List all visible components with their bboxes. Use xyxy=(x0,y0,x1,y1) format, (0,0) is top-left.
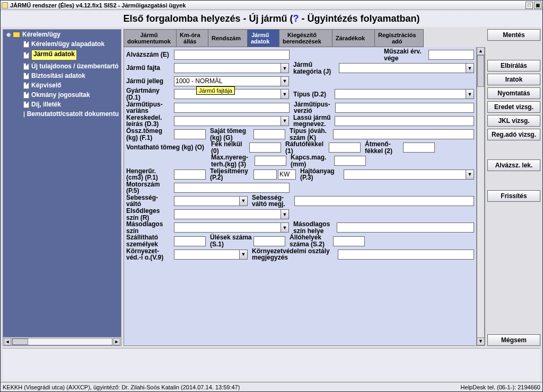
doc-icon xyxy=(23,41,29,48)
input-szallithato[interactable] xyxy=(174,236,206,246)
input-kw[interactable] xyxy=(278,170,296,180)
input-kornyezet[interactable] xyxy=(174,250,240,260)
chevron-down-icon[interactable]: ▼ xyxy=(281,76,289,86)
scroll-down-icon[interactable]: ▼ xyxy=(477,337,485,345)
tree-item[interactable]: Új tulajdonos / üzembentartó xyxy=(3,61,121,71)
elbiralas-button[interactable]: Elbírálás xyxy=(487,60,540,72)
tree-item-label: Új tulajdonos / üzembentartó xyxy=(31,63,119,70)
iratok-button[interactable]: Iratok xyxy=(487,74,540,85)
tab-kiegeszito[interactable]: Kiegészítőberendezések xyxy=(279,29,332,47)
input-hengerur[interactable] xyxy=(174,170,206,180)
input-kereskedel[interactable] xyxy=(174,116,281,126)
scroll-track[interactable] xyxy=(477,55,485,337)
eredet-button[interactable]: Eredet vizsg. xyxy=(487,101,540,113)
chevron-down-icon[interactable]: ▼ xyxy=(466,89,474,99)
input-elsodleges-szin[interactable] xyxy=(174,209,281,219)
tab-jarmu-dokumentumok[interactable]: Járműdokumentumok xyxy=(124,29,177,47)
input-tipus-jovah[interactable] xyxy=(333,129,474,139)
lbl-szallithato: Szállítható személyek xyxy=(126,234,173,247)
input-rafutofek[interactable] xyxy=(329,142,361,153)
input-hajtoanyag[interactable] xyxy=(344,170,466,180)
tree-root[interactable]: ⊕ Kérelem/ügy xyxy=(3,30,121,39)
input-jarmu-fajta[interactable] xyxy=(174,63,281,73)
tab-regisztracios-ado[interactable]: Regisztrációsadó xyxy=(375,29,424,47)
tab-kmora-allas[interactable]: Km-óraállás xyxy=(177,29,208,47)
tab-label: Járműdokumentumok xyxy=(127,32,171,44)
scroll-thumb[interactable] xyxy=(477,55,484,87)
doc-icon xyxy=(23,111,25,118)
input-fek-nelkul[interactable] xyxy=(249,142,281,153)
input-masodlagos-szin-helye[interactable] xyxy=(337,222,474,233)
nav-tree[interactable]: ⊕ Kérelem/ügy Kérelem/ügy alapadatok Jár… xyxy=(3,29,121,337)
tree-item[interactable]: Biztosítási adatok xyxy=(3,71,121,81)
chevron-down-icon[interactable]: ▼ xyxy=(466,63,474,73)
scroll-left-icon[interactable]: ◄ xyxy=(4,338,11,345)
input-ulesek[interactable] xyxy=(253,236,285,246)
chevron-down-icon[interactable]: ▼ xyxy=(281,116,289,126)
key-icon: ⊕ xyxy=(6,32,11,38)
chevron-down-icon[interactable]: ▼ xyxy=(281,209,289,219)
regado-button[interactable]: Reg.adó vizsg. xyxy=(487,129,540,140)
jkl-button[interactable]: JKL vizsg. xyxy=(487,115,540,127)
tab-jarmu-adatok[interactable]: Járműadatok xyxy=(248,29,279,47)
chevron-down-icon[interactable]: ▼ xyxy=(281,63,289,73)
input-sebessegvalto[interactable] xyxy=(174,196,240,206)
tree-item[interactable]: Bemutatott/csatolt dokumentu xyxy=(3,109,121,119)
scroll-right-icon[interactable]: ► xyxy=(113,338,120,345)
input-kornyezet-megj[interactable] xyxy=(338,250,474,260)
input-jarmutipus-var[interactable] xyxy=(174,103,290,113)
input-alvazszam[interactable] xyxy=(174,50,290,60)
input-kapcs[interactable] xyxy=(334,156,366,166)
form-vscroll[interactable]: ▲ ▼ xyxy=(476,47,485,345)
lbl-tipus-jovah: Típus jóváh. szám (K) xyxy=(290,128,332,141)
input-jarmu-jelleg[interactable] xyxy=(174,76,281,86)
tree-item[interactable]: Kérelem/ügy alapadatok xyxy=(3,39,121,49)
input-motorszam[interactable] xyxy=(174,183,290,193)
lbl-muszaki-erv: Műszaki érv. vége xyxy=(384,48,427,61)
scroll-up-icon[interactable]: ▲ xyxy=(477,47,485,55)
lbl-kornyezet: Környezet-véd.-i o.(V.9) xyxy=(126,248,173,261)
tab-zaradekok[interactable]: Záradékok xyxy=(332,29,375,47)
scroll-track[interactable] xyxy=(12,338,112,345)
tab-rendszam[interactable]: Rendszám xyxy=(208,29,248,47)
input-atmenofek[interactable] xyxy=(403,142,435,153)
tree-hscroll[interactable]: ◄ ► xyxy=(3,337,121,346)
minimize-button[interactable]: □ xyxy=(526,2,533,9)
page-title-q[interactable]: ? xyxy=(293,13,299,24)
lbl-kapcs: Kapcs.mag. (mm) xyxy=(291,154,333,167)
frissites-button[interactable]: Frissítés xyxy=(487,190,540,202)
alvazsz-button[interactable]: Alvázsz. lek. xyxy=(487,159,540,171)
scroll-thumb[interactable] xyxy=(12,338,28,345)
input-lassu[interactable] xyxy=(335,116,474,126)
input-masodlagos-szin[interactable] xyxy=(174,222,281,233)
tree-item[interactable]: Okmány jogosultak xyxy=(3,90,121,100)
input-max-nyereg[interactable] xyxy=(255,156,286,166)
input-muszaki-erv[interactable] xyxy=(428,50,474,60)
chevron-down-icon[interactable]: ▼ xyxy=(281,222,289,233)
input-jarmutipus-ver[interactable] xyxy=(335,103,474,113)
save-button[interactable]: Mentés xyxy=(487,29,540,41)
nyomtatas-button[interactable]: Nyomtatás xyxy=(487,87,540,99)
tree-item[interactable]: Díj, illeték xyxy=(3,100,121,109)
lbl-kereskedel: Kereskedel. leírás (D.3) xyxy=(126,114,173,128)
lbl-hengerur: Hengerűr. (cm3) (P.1) xyxy=(126,168,173,181)
input-sajattomeg[interactable] xyxy=(253,129,285,139)
input-teljesitmeny[interactable] xyxy=(253,170,277,180)
chevron-down-icon[interactable]: ▼ xyxy=(239,196,248,206)
lbl-hajtoanyag: Hajtóanyag (P.3) xyxy=(300,168,343,181)
chevron-down-icon[interactable]: ▼ xyxy=(281,89,289,99)
megsem-button[interactable]: Mégsem xyxy=(487,334,540,346)
chevron-down-icon[interactable]: ▼ xyxy=(239,250,248,260)
input-ossztomeg[interactable] xyxy=(174,129,206,139)
input-jarmu-kategoria[interactable] xyxy=(339,63,466,73)
input-sebessegvalto-megj[interactable] xyxy=(294,196,474,206)
tree-item[interactable]: Képviselő xyxy=(3,81,121,90)
chevron-down-icon[interactable]: ▼ xyxy=(466,170,474,180)
tree-item-label: Okmány jogosultak xyxy=(31,91,90,99)
input-tipus[interactable] xyxy=(335,89,466,99)
tree-item[interactable]: Jármű adatok xyxy=(3,49,121,61)
tooltip: Jármű fajtája xyxy=(196,86,235,95)
input-allohelyek[interactable] xyxy=(333,236,365,246)
app-window: JÁRMŰ rendszer (Éles) v4.12.fix1 SIS2 - … xyxy=(0,0,543,392)
maximize-button[interactable]: ▣ xyxy=(534,2,541,9)
